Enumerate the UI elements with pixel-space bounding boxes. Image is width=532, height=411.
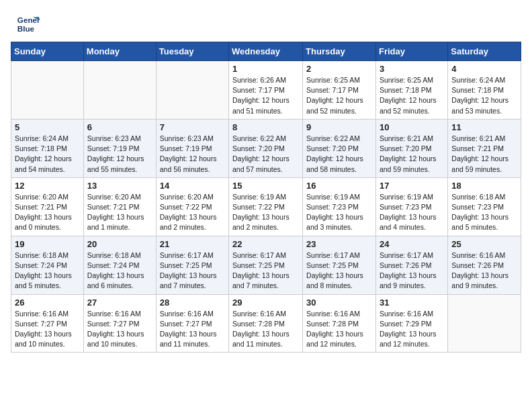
day-detail: Sunrise: 6:16 AM Sunset: 7:27 PM Dayligh…	[15, 310, 72, 349]
day-detail: Sunrise: 6:17 AM Sunset: 7:25 PM Dayligh…	[232, 251, 290, 290]
day-detail: Sunrise: 6:20 AM Sunset: 7:21 PM Dayligh…	[87, 193, 144, 232]
day-detail: Sunrise: 6:19 AM Sunset: 7:23 PM Dayligh…	[380, 193, 437, 232]
day-number: 23	[306, 239, 372, 249]
day-detail: Sunrise: 6:24 AM Sunset: 7:18 PM Dayligh…	[451, 76, 508, 115]
day-detail: Sunrise: 6:16 AM Sunset: 7:29 PM Dayligh…	[380, 310, 437, 349]
svg-text:General: General	[17, 15, 40, 24]
day-detail: Sunrise: 6:17 AM Sunset: 7:25 PM Dayligh…	[306, 251, 363, 290]
day-detail: Sunrise: 6:19 AM Sunset: 7:22 PM Dayligh…	[232, 193, 290, 232]
day-detail: Sunrise: 6:21 AM Sunset: 7:20 PM Dayligh…	[380, 134, 437, 173]
calendar-cell: 9Sunrise: 6:22 AM Sunset: 7:20 PM Daylig…	[303, 119, 376, 177]
calendar-cell: 17Sunrise: 6:19 AM Sunset: 7:23 PM Dayli…	[375, 177, 447, 236]
day-number: 19	[15, 239, 80, 249]
day-detail: Sunrise: 6:19 AM Sunset: 7:23 PM Dayligh…	[306, 193, 363, 232]
calendar-cell: 26Sunrise: 6:16 AM Sunset: 7:27 PM Dayli…	[11, 294, 84, 353]
day-number: 9	[306, 122, 372, 132]
day-number: 13	[87, 181, 152, 191]
calendar-cell: 30Sunrise: 6:16 AM Sunset: 7:28 PM Dayli…	[303, 294, 376, 353]
calendar-cell: 6Sunrise: 6:23 AM Sunset: 7:19 PM Daylig…	[83, 119, 156, 177]
calendar-cell	[83, 61, 156, 120]
calendar-cell: 24Sunrise: 6:17 AM Sunset: 7:26 PM Dayli…	[375, 236, 447, 294]
calendar-cell: 19Sunrise: 6:18 AM Sunset: 7:24 PM Dayli…	[11, 236, 84, 294]
day-number: 2	[306, 64, 372, 74]
calendar-week-2: 5Sunrise: 6:24 AM Sunset: 7:18 PM Daylig…	[11, 119, 521, 177]
calendar-cell: 13Sunrise: 6:20 AM Sunset: 7:21 PM Dayli…	[83, 177, 156, 236]
day-detail: Sunrise: 6:18 AM Sunset: 7:24 PM Dayligh…	[15, 251, 72, 290]
calendar-cell: 10Sunrise: 6:21 AM Sunset: 7:20 PM Dayli…	[375, 119, 447, 177]
calendar-table: SundayMondayTuesdayWednesdayThursdayFrid…	[11, 42, 521, 353]
day-number: 24	[380, 239, 444, 249]
calendar-cell: 23Sunrise: 6:17 AM Sunset: 7:25 PM Dayli…	[303, 236, 376, 294]
day-header-thursday: Thursday	[303, 42, 376, 61]
day-detail: Sunrise: 6:18 AM Sunset: 7:24 PM Dayligh…	[87, 251, 144, 290]
day-detail: Sunrise: 6:16 AM Sunset: 7:28 PM Dayligh…	[232, 310, 290, 349]
day-header-sunday: Sunday	[11, 42, 84, 61]
day-number: 15	[232, 181, 299, 191]
calendar-week-5: 26Sunrise: 6:16 AM Sunset: 7:27 PM Dayli…	[11, 294, 521, 353]
day-number: 25	[451, 239, 517, 249]
day-number: 22	[232, 239, 299, 249]
day-number: 31	[380, 298, 444, 308]
calendar-cell: 11Sunrise: 6:21 AM Sunset: 7:21 PM Dayli…	[448, 119, 521, 177]
calendar-cell	[448, 294, 521, 353]
day-detail: Sunrise: 6:23 AM Sunset: 7:19 PM Dayligh…	[160, 134, 217, 173]
calendar-cell: 31Sunrise: 6:16 AM Sunset: 7:29 PM Dayli…	[375, 294, 447, 353]
day-number: 27	[87, 298, 152, 308]
day-number: 29	[232, 298, 299, 308]
day-number: 12	[15, 181, 80, 191]
day-detail: Sunrise: 6:25 AM Sunset: 7:18 PM Dayligh…	[380, 76, 437, 115]
day-number: 16	[306, 181, 372, 191]
calendar-cell: 12Sunrise: 6:20 AM Sunset: 7:21 PM Dayli…	[11, 177, 84, 236]
day-detail: Sunrise: 6:17 AM Sunset: 7:26 PM Dayligh…	[380, 251, 437, 290]
day-detail: Sunrise: 6:20 AM Sunset: 7:21 PM Dayligh…	[15, 193, 72, 232]
day-header-wednesday: Wednesday	[229, 42, 303, 61]
day-number: 7	[160, 122, 225, 132]
day-number: 20	[87, 239, 152, 249]
day-number: 8	[232, 122, 299, 132]
day-number: 6	[87, 122, 152, 132]
day-detail: Sunrise: 6:24 AM Sunset: 7:18 PM Dayligh…	[15, 134, 72, 173]
day-number: 26	[15, 298, 80, 308]
day-number: 21	[160, 239, 225, 249]
day-detail: Sunrise: 6:16 AM Sunset: 7:26 PM Dayligh…	[451, 251, 508, 290]
day-number: 1	[232, 64, 299, 74]
calendar-week-1: 1Sunrise: 6:26 AM Sunset: 7:17 PM Daylig…	[11, 61, 521, 120]
day-detail: Sunrise: 6:22 AM Sunset: 7:20 PM Dayligh…	[306, 134, 363, 173]
day-detail: Sunrise: 6:16 AM Sunset: 7:27 PM Dayligh…	[160, 310, 217, 349]
day-detail: Sunrise: 6:17 AM Sunset: 7:25 PM Dayligh…	[160, 251, 217, 290]
calendar-week-3: 12Sunrise: 6:20 AM Sunset: 7:21 PM Dayli…	[11, 177, 521, 236]
calendar-cell: 15Sunrise: 6:19 AM Sunset: 7:22 PM Dayli…	[229, 177, 303, 236]
day-header-friday: Friday	[375, 42, 447, 61]
day-detail: Sunrise: 6:23 AM Sunset: 7:19 PM Dayligh…	[87, 134, 144, 173]
logo: General Blue	[16, 12, 43, 36]
day-number: 18	[451, 181, 517, 191]
calendar-wrapper: SundayMondayTuesdayWednesdayThursdayFrid…	[0, 42, 532, 358]
calendar-cell: 16Sunrise: 6:19 AM Sunset: 7:23 PM Dayli…	[303, 177, 376, 236]
calendar-cell: 3Sunrise: 6:25 AM Sunset: 7:18 PM Daylig…	[375, 61, 447, 120]
calendar-cell: 2Sunrise: 6:25 AM Sunset: 7:17 PM Daylig…	[303, 61, 376, 120]
day-header-monday: Monday	[83, 42, 156, 61]
svg-text:Blue: Blue	[17, 24, 35, 33]
calendar-cell: 28Sunrise: 6:16 AM Sunset: 7:27 PM Dayli…	[156, 294, 228, 353]
day-header-saturday: Saturday	[448, 42, 521, 61]
day-number: 17	[380, 181, 444, 191]
calendar-cell: 14Sunrise: 6:20 AM Sunset: 7:22 PM Dayli…	[156, 177, 228, 236]
calendar-cell: 27Sunrise: 6:16 AM Sunset: 7:27 PM Dayli…	[83, 294, 156, 353]
day-number: 30	[306, 298, 372, 308]
calendar-cell	[156, 61, 228, 120]
calendar-cell: 20Sunrise: 6:18 AM Sunset: 7:24 PM Dayli…	[83, 236, 156, 294]
calendar-header: SundayMondayTuesdayWednesdayThursdayFrid…	[11, 42, 521, 61]
calendar-week-4: 19Sunrise: 6:18 AM Sunset: 7:24 PM Dayli…	[11, 236, 521, 294]
day-number: 14	[160, 181, 225, 191]
day-number: 28	[160, 298, 225, 308]
calendar-cell: 7Sunrise: 6:23 AM Sunset: 7:19 PM Daylig…	[156, 119, 228, 177]
day-detail: Sunrise: 6:25 AM Sunset: 7:17 PM Dayligh…	[306, 76, 363, 115]
day-number: 4	[451, 64, 517, 74]
calendar-cell: 25Sunrise: 6:16 AM Sunset: 7:26 PM Dayli…	[448, 236, 521, 294]
day-number: 10	[380, 122, 444, 132]
calendar-cell: 18Sunrise: 6:18 AM Sunset: 7:23 PM Dayli…	[448, 177, 521, 236]
day-detail: Sunrise: 6:22 AM Sunset: 7:20 PM Dayligh…	[232, 134, 290, 173]
day-detail: Sunrise: 6:16 AM Sunset: 7:28 PM Dayligh…	[306, 310, 363, 349]
day-detail: Sunrise: 6:20 AM Sunset: 7:22 PM Dayligh…	[160, 193, 217, 232]
calendar-cell: 5Sunrise: 6:24 AM Sunset: 7:18 PM Daylig…	[11, 119, 84, 177]
